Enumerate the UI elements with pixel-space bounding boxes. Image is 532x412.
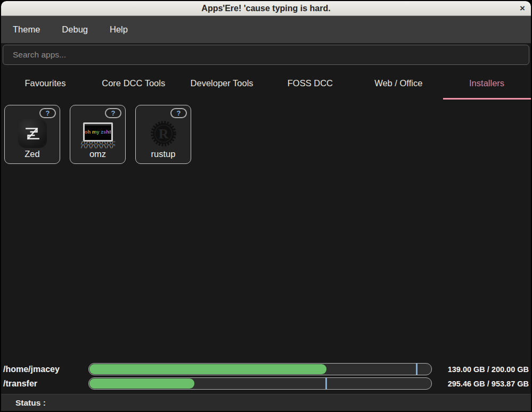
menu-help[interactable]: Help [110,24,128,35]
disk-used-fill [89,378,194,389]
tab-label: Web / Office [374,78,422,88]
tab-installers[interactable]: Installers [443,67,531,100]
disk-usage-bar [88,363,432,375]
tab-label: Developer Tools [191,78,253,88]
status-label: Status : [15,398,46,408]
empty-content-area [1,164,531,363]
tab-label: Core DCC Tools [102,78,165,88]
disk-threshold-marker [416,364,418,375]
tab-label: FOSS DCC [288,78,333,88]
disk-threshold-marker [325,378,327,389]
titlebar[interactable]: Apps'Ere! 'cause typing is hard. × [1,1,531,16]
status-bar: Status : [1,394,531,411]
help-badge[interactable]: ? [170,108,187,118]
svg-text:R: R [158,126,168,142]
tab-foss-dcc[interactable]: FOSS DCC [266,67,354,100]
tab-label: Favourites [24,78,66,88]
question-icon: ? [111,109,116,117]
menubar: Theme Debug Help [1,16,531,43]
app-name: omz [89,149,106,159]
rust-icon: R [145,118,182,149]
help-badge[interactable]: ? [39,108,56,118]
close-icon[interactable]: × [520,1,525,15]
app-tile-rustup[interactable]: ? R rustup [135,105,191,164]
omz-ascii-flames: /\/\/\/\/\/\/\/\ /\/\/\/\/\/\/\/\ [81,141,115,150]
tab-core-dcc-tools[interactable]: Core DCC Tools [89,67,178,100]
disk-usage-text: 139.00 GB / 200.00 GB [432,365,529,374]
help-badge[interactable]: ? [105,108,121,118]
tab-developer-tools[interactable]: Developer Tools [178,67,266,100]
oh-my-zsh-icon: oh my zsh! /\/\/\/\/\/\/\/\ /\/\/\/\/\/\… [79,118,117,149]
menu-debug[interactable]: Debug [62,24,88,35]
tab-web-office[interactable]: Web / Office [354,67,443,100]
disk-path-label: /transfer [3,379,88,389]
window-title: Apps'Ere! 'cause typing is hard. [201,4,330,13]
menu-theme[interactable]: Theme [13,24,40,35]
disk-usage-bar [88,377,432,390]
question-icon: ? [46,109,50,117]
tab-bar: Favourites Core DCC Tools Developer Tool… [1,67,531,100]
disk-path-label: /home/jmacey [3,365,88,374]
app-window: Apps'Ere! 'cause typing is hard. × Theme… [0,0,532,412]
disk-usage-section: /home/jmacey 139.00 GB / 200.00 GB /tran… [1,363,531,392]
zed-icon [14,118,51,149]
app-grid: ? Zed ? oh my zsh [1,100,531,164]
omz-logo-text: oh my zsh! [85,129,111,135]
tab-favourites[interactable]: Favourites [1,67,89,100]
app-name: Zed [24,149,39,159]
search-input[interactable] [3,45,529,65]
app-name: rustup [151,149,176,159]
disk-used-fill [89,364,326,374]
disk-usage-text: 295.46 GB / 953.87 GB [432,380,529,388]
disk-row-transfer: /transfer 295.46 GB / 953.87 GB [3,377,529,390]
app-tile-omz[interactable]: ? oh my zsh! /\/\/\/\/\/\/\/\ /\/\/\/\/\… [70,105,126,164]
search-row [1,43,531,67]
tab-label: Installers [469,78,504,88]
question-icon: ? [177,109,181,117]
disk-row-home: /home/jmacey 139.00 GB / 200.00 GB [3,363,529,375]
app-tile-zed[interactable]: ? Zed [4,105,60,164]
